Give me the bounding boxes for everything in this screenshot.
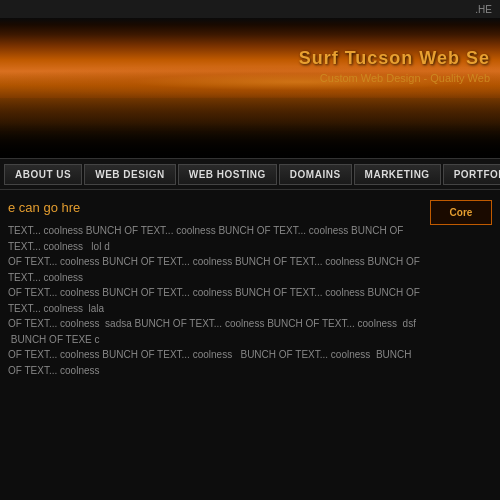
hero-silhouette <box>0 123 500 158</box>
nav-portfolio[interactable]: PORTFOLIO <box>443 164 500 185</box>
content-body: TEXT... coolness BUNCH OF TEXT... coolne… <box>8 223 422 378</box>
content-area: e can go hre TEXT... coolness BUNCH OF T… <box>0 190 500 500</box>
top-bar-label: .HE <box>475 4 492 15</box>
hero-text: Surf Tucson Web Se Custom Web Design - Q… <box>299 48 490 84</box>
hero-section: Surf Tucson Web Se Custom Web Design - Q… <box>0 18 500 158</box>
content-layout: e can go hre TEXT... coolness BUNCH OF T… <box>8 200 492 378</box>
navbar: ABOUT US WEB DESIGN WEB HOSTING DOMAINS … <box>0 158 500 190</box>
sidebar-core-box: Core <box>430 200 492 225</box>
nav-domains[interactable]: DOMAINS <box>279 164 352 185</box>
nav-about[interactable]: ABOUT US <box>4 164 82 185</box>
nav-marketing[interactable]: MARKETING <box>354 164 441 185</box>
site-subtitle: Custom Web Design - Quality Web <box>299 72 490 84</box>
nav-webhosting[interactable]: WEB HOSTING <box>178 164 277 185</box>
main-column: e can go hre TEXT... coolness BUNCH OF T… <box>8 200 422 378</box>
site-title: Surf Tucson Web Se <box>299 48 490 69</box>
content-heading: e can go hre <box>8 200 422 215</box>
nav-webdesign[interactable]: WEB DESIGN <box>84 164 175 185</box>
sidebar-column: Core <box>422 200 492 378</box>
sidebar-core-title: Core <box>437 207 485 218</box>
top-bar: .HE <box>0 0 500 18</box>
